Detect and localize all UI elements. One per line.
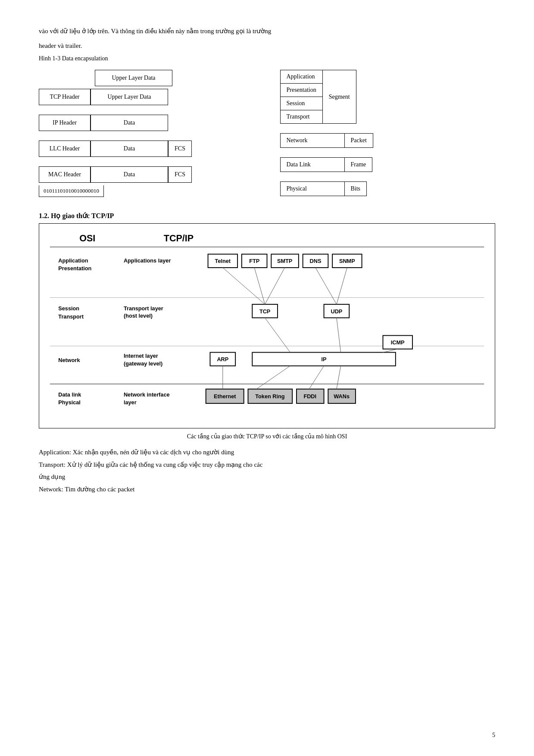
osi-pres-label: Presentation xyxy=(58,265,91,272)
body-line-1: Application: Xác nhận quyền, nén dữ liệu… xyxy=(39,447,495,458)
tcp-transport-layer: Transport layer xyxy=(124,305,163,312)
llc-row: LLC Header Data FCS xyxy=(39,141,254,157)
svg-line-15 xyxy=(337,268,347,304)
tcp-netif-layer: Network interface xyxy=(124,391,170,398)
osi-physical-label: Physical xyxy=(58,399,81,406)
smtp-box[interactable]: SMTP xyxy=(277,258,293,264)
intro-line1: vào với dữ liệu ở lớp trên. Và thông tin… xyxy=(39,26,495,36)
segment-cell: Segment xyxy=(323,70,356,124)
tcp-internet-sublabel: (gateway level) xyxy=(124,360,162,367)
ip-box[interactable]: IP xyxy=(322,356,327,362)
body-line-2: Transport: Xử lý dữ liệu giữa các hệ thố… xyxy=(39,459,495,470)
osi-app-label: Application xyxy=(58,257,88,264)
packet-cell: Packet xyxy=(345,133,373,148)
svg-line-14 xyxy=(315,268,337,304)
mac-fcs-cell: FCS xyxy=(168,166,192,183)
network-layer: Network xyxy=(280,133,345,148)
tcp-app-layer: Applications layer xyxy=(124,257,171,264)
osi-transport-label: Transport xyxy=(58,313,84,320)
page-number: 5 xyxy=(492,732,495,739)
network-group-row: Network Packet xyxy=(280,133,496,148)
physical-layer: Physical xyxy=(280,181,345,196)
app-layer: Application xyxy=(281,70,322,84)
ip-header-cell: IP Header xyxy=(39,115,91,131)
tcp-netif-sublabel: layer xyxy=(124,399,137,406)
ip-data-cell: Data xyxy=(91,115,168,131)
svg-line-13 xyxy=(265,268,285,304)
arp-box[interactable]: ARP xyxy=(217,356,228,362)
intro-line2: header và trailer. xyxy=(39,41,495,51)
bits-value: 01011101010010000010 xyxy=(44,187,99,194)
bits-row: 01011101010010000010 xyxy=(39,185,104,197)
osi-session-label: Session xyxy=(58,305,79,312)
presentation-layer: Presentation xyxy=(281,84,322,97)
encap-left: Upper Layer Data TCP Header Upper Layer … xyxy=(39,70,254,197)
tokenring-box[interactable]: Token Ring xyxy=(255,393,284,400)
diagram-caption: Các tầng của giao thức TCP/IP so với các… xyxy=(39,433,495,440)
session-layer: Session xyxy=(281,97,322,110)
upper-layer-data-cell2: Upper Layer Data xyxy=(91,89,168,105)
osi-app-stack: Application Presentation Session Transpo… xyxy=(280,70,323,124)
udp-box[interactable]: UDP xyxy=(331,308,342,315)
encapsulation-diagram: Upper Layer Data TCP Header Upper Layer … xyxy=(39,70,495,199)
telnet-box[interactable]: Telnet xyxy=(215,258,231,264)
svg-line-11 xyxy=(223,268,265,304)
osi-title: OSI xyxy=(79,233,95,244)
upper-data-row: Upper Layer Data xyxy=(95,70,254,86)
encap-right: Application Presentation Session Transpo… xyxy=(280,70,496,199)
osi-network-label: Network xyxy=(58,357,80,363)
fddi-box[interactable]: FDDI xyxy=(303,393,316,400)
ip-row: IP Header Data xyxy=(39,115,254,131)
upper-layer-data-cell1: Upper Layer Data xyxy=(95,70,172,86)
tcp-header-cell: TCP Header xyxy=(39,89,91,105)
osi-tcpip-diagram: OSI TCP/IP Application Presentation Appl… xyxy=(39,223,495,428)
snmp-box[interactable]: SNMP xyxy=(339,258,355,264)
mac-row: MAC Header Data FCS xyxy=(39,166,254,183)
transport-layer: Transport xyxy=(281,110,322,123)
tcp-internet-layer: Internet layer xyxy=(124,353,158,359)
mac-header-cell: MAC Header xyxy=(39,166,91,183)
svg-line-12 xyxy=(254,268,265,304)
tcpip-title: TCP/IP xyxy=(164,233,194,244)
frame-cell: Frame xyxy=(345,157,373,172)
tcp-row: TCP Header Upper Layer Data xyxy=(39,89,254,105)
svg-line-20 xyxy=(337,318,341,352)
body-line-3: ứng dụng xyxy=(39,472,495,482)
section-heading: 1.2. Họ giao thức TCP/IP xyxy=(39,212,495,220)
osi-datalink-label: Data link xyxy=(58,391,81,398)
ftp-box[interactable]: FTP xyxy=(249,258,260,264)
physical-group-row: Physical Bits xyxy=(280,181,496,196)
ethernet-box[interactable]: Ethernet xyxy=(214,393,236,400)
bits-cell: Bits xyxy=(345,181,367,196)
osi-tcpip-svg: OSI TCP/IP Application Presentation Appl… xyxy=(46,228,488,422)
icmp-box[interactable]: ICMP xyxy=(391,339,405,346)
svg-line-26 xyxy=(256,366,290,389)
mac-data-cell: Data xyxy=(91,166,168,183)
body-line-4: Network: Tìm đường cho các packet xyxy=(39,484,495,495)
datalink-group-row: Data Link Frame xyxy=(280,157,496,172)
llc-header-cell: LLC Header xyxy=(39,141,91,157)
tcp-transport-sublabel: (host level) xyxy=(124,312,153,319)
dns-box[interactable]: DNS xyxy=(310,258,322,264)
figure-caption: Hình 1-3 Data encapsulation xyxy=(39,55,495,62)
wans-box[interactable]: WANs xyxy=(334,393,350,400)
svg-line-19 xyxy=(265,318,290,352)
svg-line-28 xyxy=(337,366,341,389)
app-group-row: Application Presentation Session Transpo… xyxy=(280,70,496,124)
svg-line-21 xyxy=(383,349,397,353)
svg-line-27 xyxy=(309,366,324,389)
datalink-layer: Data Link xyxy=(280,157,345,172)
llc-data-cell: Data xyxy=(91,141,168,157)
llc-fcs-cell: FCS xyxy=(168,141,192,157)
tcp-box[interactable]: TCP xyxy=(259,308,271,315)
